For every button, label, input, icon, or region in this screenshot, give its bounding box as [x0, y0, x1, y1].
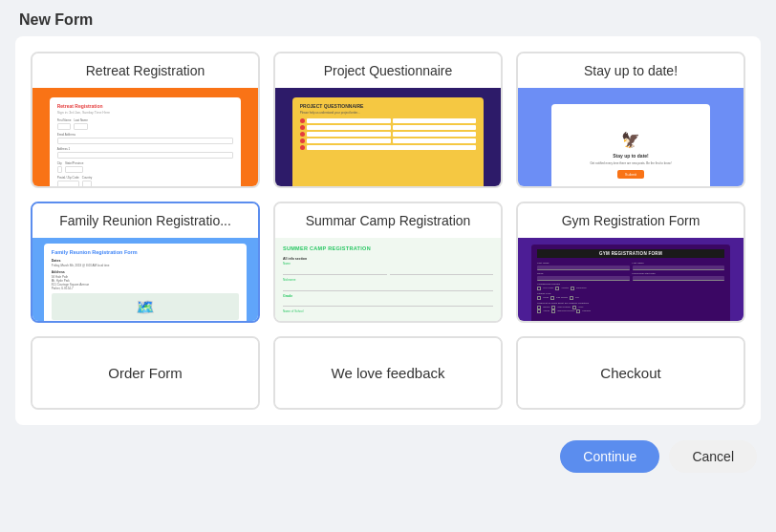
card-label-gym: Gym Registration Form: [518, 203, 744, 238]
footer: Continue Cancel: [0, 433, 776, 480]
map-icon: 🗺️: [136, 298, 155, 316]
card-project-questionnaire[interactable]: Project Questionnaire PROJECT QUESTIONNA…: [273, 52, 503, 188]
card-label-stayupdated: Stay up to date!: [518, 53, 744, 88]
card-stay-up-to-date[interactable]: Stay up to date! 🦅 Stay up to date! Get …: [516, 52, 745, 188]
card-label-feedback: We love feedback: [275, 338, 501, 408]
card-gym-registration[interactable]: Gym Registration Form GYM REGISTRATION F…: [516, 202, 745, 323]
card-we-love-feedback[interactable]: We love feedback: [273, 336, 503, 410]
card-checkout[interactable]: Checkout: [516, 336, 745, 410]
card-label-retreat: Retreat Registration: [32, 53, 258, 88]
page-title: New Form: [19, 11, 757, 29]
page-header: New Form: [0, 0, 776, 36]
card-preview-project: PROJECT QUESTIONNAIRE Please help us und…: [275, 88, 501, 188]
card-summer-camp[interactable]: Summar Camp Registration SUMMER CAMP REG…: [273, 202, 503, 323]
continue-button[interactable]: Continue: [560, 440, 659, 473]
card-preview-retreat: Retreat Registration Sign in: 3rd Jan, S…: [32, 88, 258, 188]
card-grid: Retreat Registration Retreat Registratio…: [31, 52, 745, 410]
card-label-order: Order Form: [32, 338, 258, 408]
card-order-form[interactable]: Order Form: [31, 336, 260, 410]
card-label-summercamp: Summar Camp Registration: [275, 203, 501, 238]
main-container: Retreat Registration Retreat Registratio…: [15, 36, 761, 425]
card-preview-gym: GYM REGISTRATION FORM First Name Last Na…: [518, 238, 744, 323]
card-label-family: Family Reunion Registratio...: [32, 203, 258, 238]
cancel-button[interactable]: Cancel: [669, 440, 757, 473]
card-preview-family: Family Reunion Registration Form Dates F…: [32, 238, 258, 323]
card-preview-stayupdated: 🦅 Stay up to date! Get notified every ti…: [518, 88, 744, 188]
card-preview-summercamp: SUMMER CAMP REGISTRATION All info sectio…: [275, 238, 501, 323]
card-label-project: Project Questionnaire: [275, 53, 501, 88]
card-family-reunion[interactable]: Family Reunion Registratio... Family Reu…: [31, 202, 260, 323]
card-retreat-registration[interactable]: Retreat Registration Retreat Registratio…: [31, 52, 260, 188]
card-label-checkout: Checkout: [518, 338, 744, 408]
